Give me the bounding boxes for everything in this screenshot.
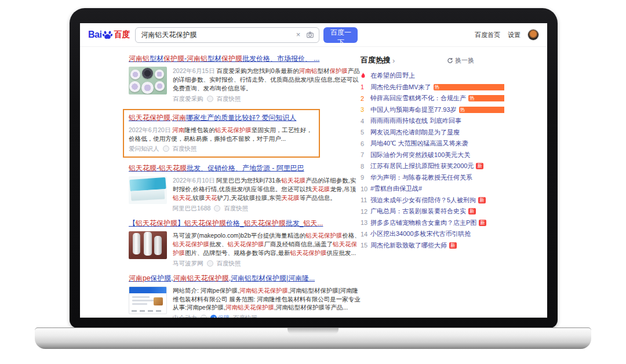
hot-item-label: 广电总局：古装剧服装要符合史实 — [370, 207, 466, 216]
result-title-link[interactable]: 河南pe保护膜,河南铝天花保护膜,河南铝型材保护膜|河南隆... — [129, 274, 361, 283]
result-thumbnail[interactable] — [129, 67, 167, 94]
nav-home-link[interactable]: 百度首页 — [475, 31, 500, 39]
hot-search-item[interactable]: 7国际油价为何突然跌破100美元大关 — [361, 150, 504, 161]
hot-badge: 热 — [468, 95, 504, 101]
hot-list: 在希望的田野上1周杰伦先行曲MV来了热2钟薛高回应雪糕烤不化：合规生产热3中国人… — [361, 70, 504, 251]
hot-item-label: 周杰伦新歌致敬了哪些大师 — [370, 241, 447, 250]
logo-text-cn: 百度 — [114, 30, 130, 40]
snapshot-icon — [214, 205, 220, 212]
hot-rank: 6 — [361, 140, 370, 147]
result-source-row: 阿里巴巴1688百度快照 — [173, 204, 361, 213]
result-source-row: 百度爱采购百度快照 — [173, 94, 361, 103]
site-dash-shape — [148, 310, 153, 312]
result-thumbnail[interactable] — [129, 286, 167, 314]
hot-rank: 10 — [361, 185, 370, 192]
hot-rank: 4 — [361, 118, 370, 125]
site-image-shape — [154, 297, 163, 305]
result-meta: 2022年6月20日 河南隆维包装的铝天花保护膜坚固实用，工艺性好，价格低，使用… — [129, 126, 314, 154]
snapshot-link[interactable]: 百度快照 — [233, 314, 257, 318]
hot-item-label: 中国人均预期寿命提至77.93岁 — [370, 105, 457, 114]
result-source-row: 中企动力保障百度快照 — [173, 314, 361, 318]
result-source: 马可波罗网 — [173, 259, 203, 268]
hot-rank: 7 — [361, 151, 370, 158]
baidu-logo[interactable]: Bai 百度 — [88, 30, 130, 41]
film-roll-shape — [142, 68, 153, 79]
hot-item-label: 拼多多店铺宠物粮含女童肉？店主P图 — [370, 219, 476, 227]
hot-rank: 1 — [361, 83, 370, 90]
result-meta: 马可波罗(makepolo.com)b2b平台提供海量精选的铝天花保护膜价格、铝… — [129, 231, 361, 268]
laptop-screen-bezel: Bai 百度 × — [70, 8, 558, 328]
clear-icon[interactable]: × — [296, 30, 301, 39]
site-text-shape — [132, 303, 147, 305]
hot-search-item[interactable]: 11强迫未成年少女有偿陪侍？5人被刑拘新 — [361, 195, 504, 206]
film-roll-shape — [144, 232, 152, 256]
site-header-shape — [129, 287, 166, 293]
snippet-text: 马可波罗(makepolo.com)b2b平台提供海量精选的铝天花保护膜价格、铝… — [173, 231, 361, 257]
logo-text-latin: Bai — [88, 30, 101, 40]
hot-rank: 11 — [361, 196, 370, 203]
new-badge: 新 — [479, 220, 486, 226]
snippet-text: 2022年6月10日 阿里巴巴为您找到731条铝天花膜产品的详细参数,实时报价,… — [173, 176, 361, 202]
hot-search-item[interactable]: 9华为声明：与陈春花教授无任何关系 — [361, 172, 504, 184]
hot-item-label: 强迫未成年少女有偿陪侍？5人被刑拘 — [370, 196, 476, 205]
hot-search-item[interactable]: 3中国人均预期寿命提至77.93岁热 — [361, 104, 504, 116]
search-input[interactable] — [135, 27, 319, 43]
search-result: 河南pe保护膜,河南铝天花保护膜,河南铝型材保护膜|河南隆...网站简介: 河南… — [129, 274, 361, 318]
hot-search-item[interactable]: 6局地40℃ 大范围凶猛高温又将来袭 — [361, 138, 504, 150]
result-snippet: 2022年6月15日 百度爱采购为您找到0条最新的河南铝型材保护膜产品的详细参数… — [173, 67, 361, 103]
laptop-base — [35, 327, 591, 349]
hot-rank: 2 — [361, 95, 370, 102]
search-button[interactable]: 百度一下 — [323, 27, 358, 43]
baidu-paw-icon — [102, 30, 113, 41]
new-badge: 新 — [468, 208, 476, 214]
hot-search-item[interactable]: 5网友说周杰伦请郎朗是为了显瘦 — [361, 127, 504, 139]
snapshot-link[interactable]: 百度快照 — [217, 94, 241, 103]
chevron-right-icon[interactable]: › — [392, 56, 395, 65]
snapshot-link[interactable]: 百度快照 — [217, 259, 241, 268]
hot-rank: 13 — [361, 219, 370, 226]
verified-badge: 保障 — [210, 314, 230, 318]
result-date: 2022年6月20日 — [129, 126, 172, 133]
site-dash-shape — [132, 310, 137, 312]
snapshot-link[interactable]: 百度快照 — [173, 144, 197, 153]
snapshot-icon — [207, 260, 213, 267]
hot-rank: 15 — [361, 242, 370, 249]
search-result: 河南铝型材保护膜-河南铝型材保护膜批发价格、市场报价、 ...2022年6月15… — [129, 54, 361, 103]
new-badge: 新 — [449, 242, 457, 249]
refresh-button[interactable]: 换一换 — [447, 56, 474, 65]
hot-search-item[interactable]: 2钟薛高回应雪糕烤不化：合规生产热 — [361, 93, 504, 104]
hot-search-item[interactable]: 14小区挖出34000多枚宋代古币引哄抢 — [361, 228, 504, 240]
hot-search-item[interactable]: 15周杰伦新歌致敬了哪些大师新 — [361, 240, 504, 252]
hot-search-item[interactable]: 1周杰伦先行曲MV来了热 — [361, 82, 504, 93]
results-column: 河南铝型材保护膜-河南铝型材保护膜批发价格、市场报价、 ...2022年6月15… — [129, 54, 361, 318]
snapshot-icon — [163, 145, 169, 152]
result-snippet: 网站简介: 河南pe保护膜,河南铝天花保护膜,河南铝型材保护膜|河南隆维包装材料… — [173, 286, 361, 318]
hot-search-item[interactable]: 12广电总局：古装剧服装要符合史实新 — [361, 206, 504, 217]
search-box: × — [135, 27, 319, 43]
result-thumbnail[interactable] — [129, 231, 167, 259]
film-roll-shape — [129, 81, 140, 92]
refresh-icon — [447, 57, 453, 64]
result-title-link[interactable]: 铝天花保护膜,河南哪家生产的质量比较好? 爱问知识人 — [129, 113, 314, 123]
user-avatar[interactable] — [528, 30, 538, 40]
hot-search-item[interactable]: 8江苏有居民上报抗原阳性获奖2000元新 — [361, 161, 504, 172]
hot-item-label: 华为声明：与陈春花教授无任何关系 — [370, 173, 472, 182]
result-title-link[interactable]: 铝天花膜-铝天花膜批发、促销价格、产地货源 - 阿里巴巴 — [129, 163, 361, 173]
top-flame-icon — [361, 72, 370, 79]
hot-search-item[interactable]: 13拼多多店铺宠物粮含女童肉？店主P图新 — [361, 217, 504, 229]
hot-rank: 14 — [361, 231, 370, 238]
hot-item-label: 国际油价为何突然跌破100美元大关 — [370, 151, 470, 159]
hot-search-item[interactable]: 在希望的田野上 — [361, 70, 504, 82]
hot-search-item[interactable]: 10#雪糕自由保卫战# — [361, 183, 504, 195]
result-thumbnail[interactable] — [129, 176, 167, 204]
camera-icon[interactable] — [306, 31, 314, 39]
snippet-text: 2022年6月20日 河南隆维包装的铝天花保护膜坚固实用，工艺性好，价格低，使用… — [129, 126, 314, 143]
top-nav: 百度首页 设置 — [475, 30, 547, 40]
hot-search-panel: 百度热搜 › 换一换 在希望的田野上1周杰伦先行曲MV来了热2钟薛高回应雪糕烤不… — [361, 54, 504, 318]
snapshot-link[interactable]: 百度快照 — [224, 204, 248, 213]
film-roll-shape — [141, 82, 154, 94]
nav-settings-link[interactable]: 设置 — [508, 31, 521, 39]
result-title-link[interactable]: 河南铝型材保护膜-河南铝型材保护膜批发价格、市场报价、 ... — [129, 54, 361, 64]
result-title-link[interactable]: 【铝天花保护膜】铝天花保护膜价格_铝天花保护膜批发_铝天... — [129, 219, 361, 228]
hot-search-item[interactable]: 4雨雨雨雨雨持续在线 到底咋回事 — [361, 115, 504, 127]
